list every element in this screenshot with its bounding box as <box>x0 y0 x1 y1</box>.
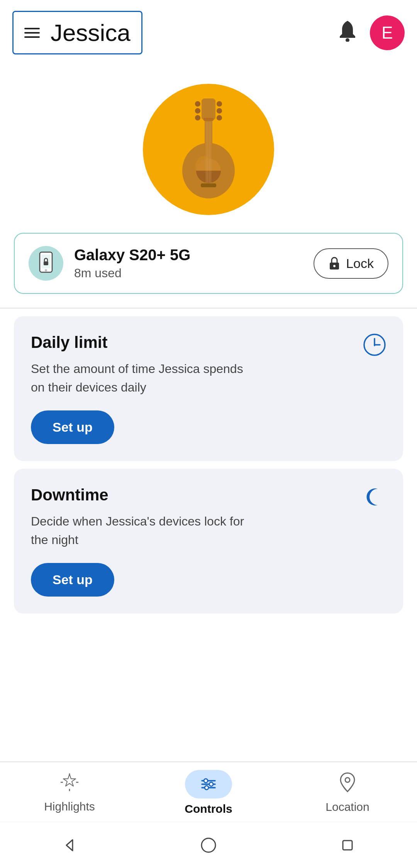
svg-rect-40 <box>343 841 352 850</box>
page-title: Jessica <box>51 19 131 46</box>
svg-point-0 <box>346 38 349 42</box>
nav-highlights[interactable]: Highlights <box>31 773 108 813</box>
bottom-nav: Highlights Controls Location <box>0 761 417 822</box>
svg-point-7 <box>217 115 222 120</box>
moon-icon <box>364 486 386 513</box>
svg-point-4 <box>195 115 200 120</box>
device-usage: 8m used <box>74 266 303 280</box>
daily-limit-card: Daily limit Set the amount of time Jessi… <box>14 316 403 461</box>
svg-point-34 <box>204 779 208 783</box>
svg-point-2 <box>195 101 200 107</box>
nav-controls[interactable]: Controls <box>170 770 247 815</box>
svg-point-39 <box>202 838 215 852</box>
lock-button[interactable]: Lock <box>314 248 388 279</box>
device-name: Galaxy S20+ 5G <box>74 246 303 264</box>
phone-lock-icon <box>37 251 55 275</box>
svg-point-21 <box>45 269 47 271</box>
svg-point-5 <box>217 101 222 107</box>
svg-point-35 <box>209 782 213 786</box>
svg-point-6 <box>217 108 222 114</box>
daily-limit-title: Daily limit <box>31 333 386 352</box>
controls-label: Controls <box>185 802 232 815</box>
downtime-card: Downtime Decide when Jessica's devices l… <box>14 469 403 614</box>
svg-point-36 <box>205 786 208 790</box>
lock-label: Lock <box>346 256 374 271</box>
svg-point-37 <box>345 778 350 782</box>
downtime-desc: Decide when Jessica's devices lock for t… <box>31 512 247 549</box>
lock-icon <box>328 256 341 270</box>
back-button[interactable] <box>61 837 78 854</box>
home-button[interactable] <box>200 837 217 854</box>
downtime-title: Downtime <box>31 486 386 504</box>
header-left-group: Jessica <box>12 11 142 54</box>
svg-rect-1 <box>202 98 215 120</box>
clock-icon <box>363 333 386 361</box>
section-divider-1 <box>0 308 417 309</box>
header-actions: E <box>337 15 405 50</box>
profile-avatar-circle <box>143 84 274 215</box>
daily-limit-desc: Set the amount of time Jessica spends on… <box>31 359 247 397</box>
highlights-label: Highlights <box>44 800 95 813</box>
header: Jessica E <box>0 0 417 65</box>
nav-location[interactable]: Location <box>309 772 386 814</box>
highlights-icon <box>60 773 79 796</box>
location-label: Location <box>325 800 369 814</box>
svg-rect-9 <box>203 118 214 121</box>
guitar-icon <box>166 95 251 203</box>
user-avatar[interactable]: E <box>370 15 405 50</box>
svg-point-3 <box>195 108 200 114</box>
recent-button[interactable] <box>339 837 356 854</box>
device-info: Galaxy S20+ 5G 8m used <box>74 246 303 280</box>
system-nav <box>0 822 417 868</box>
daily-limit-setup-button[interactable]: Set up <box>31 410 114 444</box>
notification-bell-icon[interactable] <box>337 19 358 46</box>
svg-rect-13 <box>201 183 216 187</box>
downtime-setup-button[interactable]: Set up <box>31 563 114 597</box>
svg-rect-20 <box>44 261 48 265</box>
controls-pill <box>185 770 232 798</box>
device-card: Galaxy S20+ 5G 8m used Lock <box>14 233 403 294</box>
location-icon <box>339 772 356 797</box>
menu-icon[interactable] <box>24 28 40 38</box>
svg-point-23 <box>333 265 336 267</box>
profile-section <box>0 65 417 229</box>
device-icon <box>29 246 63 281</box>
svg-marker-38 <box>66 840 73 851</box>
